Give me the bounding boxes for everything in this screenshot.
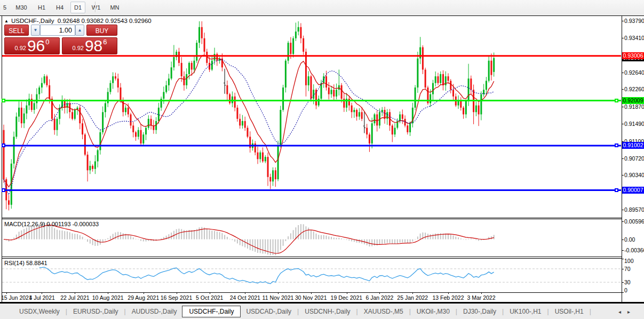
volume-decrease-button[interactable]: ▼ <box>31 25 40 36</box>
blue-hline-1-handle[interactable] <box>2 143 5 147</box>
price-axis-label: 0.91490 <box>624 121 644 127</box>
price-tick <box>622 158 624 159</box>
toolbar-separator <box>95 2 96 12</box>
one-click-collapse-arrow[interactable]: ▲ <box>4 19 9 23</box>
price-axis-label: 0.89570 <box>624 206 644 213</box>
symbol-tab-dj30-daily[interactable]: DJ30-,Daily <box>458 306 502 317</box>
rsi-pane[interactable] <box>0 258 622 293</box>
date-label: 16 Sep 2021 <box>161 294 193 301</box>
main-macd-separator-a[interactable] <box>2 218 622 218</box>
macd-main-value: 0.001193 <box>46 221 70 227</box>
rsi-axis-label: 30 <box>624 279 631 285</box>
date-tick <box>210 292 210 294</box>
date-tick <box>6 292 7 294</box>
volume-increase-button[interactable]: ▲ <box>75 25 84 36</box>
window-bottom-border <box>0 302 644 304</box>
chart-ohlc-values: 0.92648 0.93082 0.92543 0.92960 <box>58 18 152 24</box>
date-tick <box>75 292 75 294</box>
tab-separator: | <box>589 308 592 315</box>
macd-tick <box>622 221 624 222</box>
macd-tick <box>622 250 624 251</box>
plot-left-border <box>2 15 2 302</box>
date-label: 25 Jan 2022 <box>397 294 428 301</box>
date-tick <box>108 292 108 294</box>
symbol-tab-uk100-h1[interactable]: UK100-,H1 <box>504 306 546 317</box>
timeframe-button-w1[interactable]: W1 <box>89 2 104 13</box>
date-label: 24 Oct 2021 <box>230 294 260 301</box>
buy-price-box[interactable]: 0.92 98 6 <box>62 37 117 54</box>
buy-button[interactable]: BUY <box>86 25 117 36</box>
date-tick <box>347 292 347 294</box>
rsi-label: RSI(14) 58.8841 <box>4 260 47 266</box>
price-tick <box>622 210 624 210</box>
rsi-tick <box>622 259 624 259</box>
macd-name: MACD(12,26,9) <box>4 221 45 227</box>
date-tick <box>245 292 245 294</box>
price-axis-label: 0.92260 <box>624 86 644 92</box>
date-label: 19 Dec 2021 <box>331 294 363 301</box>
sell-price-sup: 0 <box>45 38 49 46</box>
tabs-scroll-right-arrow[interactable]: ▸ <box>627 309 637 315</box>
one-click-trading-panel: SELL ▼ ▲ BUY 0.92 96 0 0.92 98 6 <box>4 25 121 36</box>
date-label: 30 Nov 2021 <box>295 294 327 301</box>
chart-title: ▲USDCHF-,Daily 0.92648 0.93082 0.92543 0… <box>4 18 152 24</box>
symbol-tab-audusd-daily[interactable]: AUDUSD-,Daily <box>126 306 182 317</box>
price-tick <box>622 89 624 90</box>
window-top-border <box>0 15 644 16</box>
timeframe-button-m30[interactable]: M30 <box>12 2 31 13</box>
price-axis-label: 0.92640 <box>624 69 644 76</box>
resistance-line-badge: 0.93006 <box>622 52 644 59</box>
sell-button[interactable]: SELL <box>4 25 29 36</box>
symbol-tab-eurusd-daily[interactable]: EURUSD-,Daily <box>68 306 124 317</box>
symbol-tab-usdchf-daily[interactable]: USDCHF-,Daily <box>182 306 241 317</box>
date-label: 4 Jul 2021 <box>29 294 54 301</box>
date-label: 10 Aug 2021 <box>92 294 124 301</box>
support-hline-handle[interactable] <box>615 99 618 102</box>
timeframe-button-h4[interactable]: H4 <box>52 2 67 13</box>
symbol-tab-usdx-weekly[interactable]: USDX,Weekly <box>14 306 65 317</box>
date-tick <box>278 292 279 294</box>
support-hline-handle[interactable] <box>2 99 5 102</box>
timeframe-button-mn[interactable]: MN <box>107 2 123 13</box>
sell-price-prefix: 0.92 <box>14 45 26 51</box>
rsi-tick <box>622 292 624 293</box>
blue-hline-2-handle[interactable] <box>2 188 5 192</box>
date-label: 6 Jan 2022 <box>365 294 393 301</box>
support-line-badge: 0.92009 <box>622 97 644 104</box>
sell-price-box[interactable]: 0.92 96 0 <box>4 37 60 54</box>
macd-rsi-separator-b <box>2 258 622 259</box>
rsi-value: 58.8841 <box>26 260 47 266</box>
date-tick <box>42 292 42 294</box>
buy-price-sup: 6 <box>103 38 107 46</box>
chart-window[interactable]: ▲USDCHF-,Daily 0.92648 0.93082 0.92543 0… <box>0 15 644 302</box>
timeframe-button-d1[interactable]: D1 <box>70 2 85 13</box>
rsi-axis-label: 100 <box>624 258 634 264</box>
macd-signal-value: -0.000033 <box>73 221 99 227</box>
symbol-tab-usoil-h1[interactable]: USOil-,H1 <box>550 306 589 317</box>
date-label: 13 Feb 2022 <box>433 294 464 301</box>
timeframe-button-h1[interactable]: H1 <box>34 2 49 13</box>
rsi-tick <box>622 269 624 269</box>
blue-hline-2-handle[interactable] <box>615 188 618 192</box>
timeframe-button-5[interactable]: 5 <box>1 2 9 13</box>
volume-input[interactable] <box>40 25 75 36</box>
rsi-axis-label: 70 <box>624 266 631 272</box>
symbol-tab-usdcnh-daily[interactable]: USDCNH-,Daily <box>299 306 355 317</box>
symbol-tab-ukoil-m30[interactable]: UKOil-,M30 <box>411 306 455 317</box>
symbol-tab-xauusd-m5[interactable]: XAUUSD-,M5 <box>359 306 409 317</box>
price-tick <box>622 107 624 107</box>
macd-axis-label: 0.005963 <box>624 218 644 225</box>
rsi-tick <box>622 282 624 283</box>
date-tick <box>144 292 144 294</box>
blue-line1-badge: 0.91002 <box>622 142 644 149</box>
price-axis-label: 0.93790 <box>624 18 644 24</box>
blue-line2-badge: 0.90007 <box>622 187 644 194</box>
rsi-name: RSI(14) <box>4 260 25 266</box>
price-tick <box>622 21 624 21</box>
symbol-tab-usdcad-daily[interactable]: USDCAD-,Daily <box>241 306 297 317</box>
macd-rsi-separator-a[interactable] <box>2 257 622 257</box>
buy-price-prefix: 0.92 <box>72 45 83 51</box>
price-tick <box>622 73 624 73</box>
blue-hline-1-handle[interactable] <box>615 143 618 147</box>
tabs-scroll-left-arrow[interactable]: ◂ <box>618 309 627 315</box>
